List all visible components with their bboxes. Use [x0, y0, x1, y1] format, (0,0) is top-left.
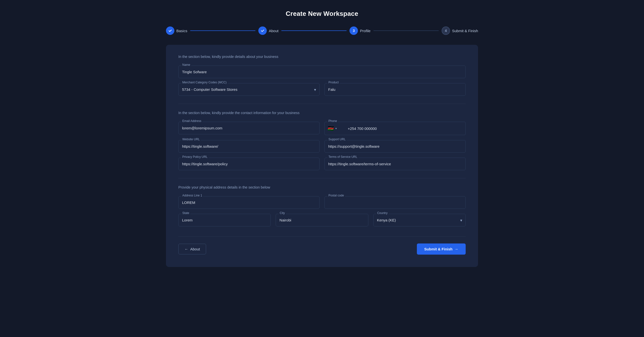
support-label: Support URL	[328, 138, 346, 141]
mcc-label: Merchant Category Codes (MCC)	[181, 81, 228, 84]
form-card: In the section below, kindly provide det…	[166, 45, 478, 267]
state-label: State	[181, 211, 190, 215]
website-field-group: Website URL	[178, 140, 320, 153]
submit-arrow-icon: →	[454, 247, 458, 251]
product-label: Product	[328, 81, 340, 84]
back-button[interactable]: ← About	[178, 244, 206, 254]
step-about: About	[258, 26, 278, 35]
step-label-submit: Submit & Finish	[452, 29, 478, 33]
section-divider-2	[178, 178, 466, 178]
email-input[interactable]	[178, 122, 320, 134]
stepper: Basics About 3 Profile 4 Subm	[166, 26, 478, 35]
name-input[interactable]	[178, 65, 466, 78]
phone-label: Phone	[328, 119, 338, 123]
submit-button[interactable]: Submit & Finish →	[417, 244, 466, 255]
submit-button-label: Submit & Finish	[424, 247, 452, 251]
address1-label: Address Line 1	[181, 194, 203, 197]
postal-field-group: Postal code	[324, 196, 466, 209]
step-number-submit: 4	[445, 29, 447, 33]
bottom-navigation: ← About Submit & Finish →	[178, 236, 466, 255]
step-profile: 3 Profile	[350, 26, 370, 35]
country-field-group: Country Kenya (KE) ▾	[373, 214, 466, 226]
step-basics: Basics	[166, 26, 187, 35]
step-label-profile: Profile	[360, 29, 370, 33]
product-field-group: Product	[324, 83, 466, 96]
country-label: Country	[376, 211, 389, 215]
email-phone-row: Email Address Phone 🇰🇪 ▾	[178, 122, 466, 135]
step-number-profile: 3	[353, 29, 355, 33]
product-input[interactable]	[324, 83, 466, 96]
phone-input[interactable]	[344, 122, 466, 135]
address-section-description: Provide your physical address details in…	[178, 185, 466, 189]
step-line-1	[190, 30, 255, 31]
step-label-basics: Basics	[176, 29, 187, 33]
city-input[interactable]	[276, 214, 368, 226]
support-field-group: Support URL	[324, 140, 466, 153]
support-input[interactable]	[324, 140, 466, 153]
email-label: Email Address	[181, 119, 202, 123]
phone-row: 🇰🇪 ▾	[324, 122, 466, 135]
address1-input[interactable]	[178, 196, 320, 209]
name-field-group: Name	[178, 65, 466, 78]
kenya-flag-icon: 🇰🇪	[328, 125, 334, 131]
state-input[interactable]	[178, 214, 271, 226]
website-input[interactable]	[178, 140, 320, 153]
state-field-group: State	[178, 214, 271, 226]
tos-label: Terms of Service URL	[328, 155, 358, 159]
step-circle-basics	[166, 26, 174, 35]
phone-flag-button[interactable]: 🇰🇪 ▾	[324, 122, 344, 135]
step-circle-profile: 3	[350, 26, 358, 35]
state-city-country-row: State City Country Kenya (KE) ▾	[178, 214, 466, 226]
website-support-row: Website URL Support URL	[178, 140, 466, 153]
privacy-field-group: Privacy Policy URL	[178, 158, 320, 170]
city-field-group: City	[276, 214, 368, 226]
website-label: Website URL	[181, 138, 201, 141]
address1-postal-row: Address Line 1 Postal code	[178, 196, 466, 209]
step-line-2	[282, 30, 346, 31]
mcc-select[interactable]: 5734 - Computer Software Stores	[178, 83, 320, 96]
step-line-3	[374, 30, 439, 31]
tos-input[interactable]	[324, 158, 466, 170]
address-section: Provide your physical address details in…	[178, 185, 466, 226]
back-arrow-icon: ←	[184, 247, 188, 251]
mcc-field-group: Merchant Category Codes (MCC) 5734 - Com…	[178, 83, 320, 96]
postal-input[interactable]	[324, 196, 466, 209]
name-label: Name	[181, 63, 191, 66]
privacy-tos-row: Privacy Policy URL Terms of Service URL	[178, 158, 466, 170]
tos-field-group: Terms of Service URL	[324, 158, 466, 170]
page-title: Create New Workspace	[166, 10, 478, 17]
step-circle-about	[258, 26, 267, 35]
contact-section-description: In the section below, kindly provide the…	[178, 111, 466, 115]
back-button-label: About	[190, 247, 200, 251]
section-divider-1	[178, 104, 466, 104]
flag-chevron-icon: ▾	[336, 127, 337, 130]
country-select[interactable]: Kenya (KE)	[373, 214, 466, 226]
name-row: Name	[178, 65, 466, 78]
privacy-label: Privacy Policy URL	[181, 155, 208, 159]
email-field-group: Email Address	[178, 122, 320, 135]
step-label-about: About	[269, 29, 278, 33]
address1-field-group: Address Line 1	[178, 196, 320, 209]
step-circle-submit: 4	[442, 26, 450, 35]
mcc-product-row: Merchant Category Codes (MCC) 5734 - Com…	[178, 83, 466, 96]
business-section-description: In the section below, kindly provide det…	[178, 55, 466, 59]
step-submit: 4 Submit & Finish	[442, 26, 478, 35]
phone-field-group: Phone 🇰🇪 ▾	[324, 122, 466, 135]
privacy-input[interactable]	[178, 158, 320, 170]
postal-label: Postal code	[328, 194, 345, 197]
city-label: City	[279, 211, 286, 215]
